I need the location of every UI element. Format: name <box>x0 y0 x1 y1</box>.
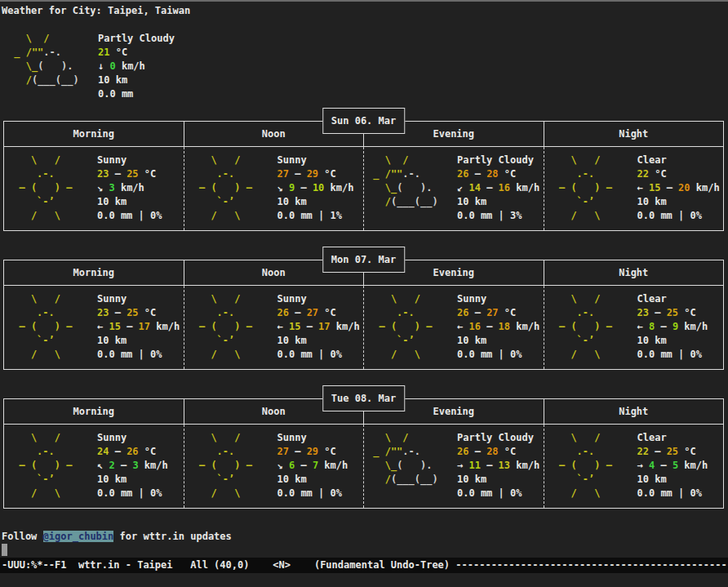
weather-details: Partly Cloudy26 – 28 °C↙ 14 – 16 km/h10 … <box>457 153 539 223</box>
visibility: 10 km <box>637 334 708 348</box>
sunny-icon: \ / .-. – ( ) – `-’ / \ <box>7 292 92 362</box>
wind: ↓ 0 km/h <box>98 60 175 73</box>
visibility: 10 km <box>457 334 539 348</box>
temperature: 26 – 27 °C <box>457 306 539 320</box>
modeline-status: -UUU:%*--F1 wttr.in - Taipei All (40,0) … <box>2 559 455 571</box>
visibility: 10 km <box>98 73 175 87</box>
forecast-date-box: Mon 07. Mar <box>322 247 405 273</box>
weather-details: Partly Cloudy21 °C↓ 0 km/h10 km0.0 mm <box>98 32 175 101</box>
forecast-cell-noon: \ / .-. – ( ) – `-’ / \Sunny27 – 29 °C↘ … <box>184 425 365 508</box>
temperature: 22 °C <box>637 167 720 181</box>
wind: ↘ 3 km/h <box>97 181 162 195</box>
wind: ↖ 2 – 3 km/h <box>97 459 168 473</box>
wind: ← 8 – 9 km/h <box>637 320 708 334</box>
period-cells-row: \ / .-. – ( ) – `-’ / \Sunny23 – 25 °C↘ … <box>4 147 723 230</box>
forecast-cell-evening: \ / _ /"".-. \_( ). /(___(__)Partly Clou… <box>364 425 544 508</box>
period-header-morning: Morning <box>4 122 184 146</box>
wind: ← 16 – 18 km/h <box>457 320 539 334</box>
visibility: 10 km <box>457 473 539 487</box>
temperature: 24 – 26 °C <box>97 445 168 459</box>
weather-details: Sunny23 – 25 °C↘ 3 km/h10 km0.0 mm | 0% <box>97 153 162 223</box>
forecast-date-box: Sun 06. Mar <box>322 108 405 134</box>
wind: ← 15 – 17 km/h <box>97 320 180 334</box>
sunny-icon: \ / .-. – ( ) – `-’ / \ <box>188 292 273 362</box>
cursor-line <box>2 544 728 558</box>
forecast-days: Sun 06. Mar MorningNoonEveningNight \ / … <box>2 121 728 509</box>
condition-label: Sunny <box>97 292 180 306</box>
period-cells-row: \ / .-. – ( ) – `-’ / \Sunny24 – 26 °C↖ … <box>4 425 723 508</box>
wind: ↘ 6 – 7 km/h <box>277 459 348 473</box>
sunny-icon: \ / .-. – ( ) – `-’ / \ <box>7 431 92 500</box>
sunny-icon: \ / .-. – ( ) – `-’ / \ <box>548 153 633 223</box>
emacs-modeline: -UUU:%*--F1 wttr.in - Taipei All (40,0) … <box>0 558 728 573</box>
temperature: 26 – 28 °C <box>457 167 539 181</box>
weather-details: Sunny27 – 29 °C↘ 6 – 7 km/h10 km0.0 mm |… <box>277 431 348 500</box>
forecast-cell-evening: \ / _ /"".-. \_( ). /(___(__)Partly Clou… <box>364 147 544 230</box>
precipitation: 0.0 mm | 3% <box>457 209 539 223</box>
sunny-icon: \ / .-. – ( ) – `-’ / \ <box>548 431 633 500</box>
temperature: 26 – 27 °C <box>277 306 360 320</box>
forecast-cell-morning: \ / .-. – ( ) – `-’ / \Sunny24 – 26 °C↖ … <box>4 425 184 508</box>
condition-label: Sunny <box>277 292 360 306</box>
period-header-morning: Morning <box>4 260 184 285</box>
follow-prefix: Follow <box>2 531 43 542</box>
text-cursor <box>2 544 7 556</box>
precipitation: 0.0 mm <box>98 87 175 101</box>
period-cells-row: \ / .-. – ( ) – `-’ / \Sunny23 – 25 °C← … <box>4 286 723 369</box>
condition-label: Sunny <box>277 431 348 445</box>
visibility: 10 km <box>97 195 162 209</box>
forecast-day-1: Sun 06. Mar MorningNoonEveningNight \ / … <box>3 121 724 231</box>
weather-details: Sunny24 – 26 °C↖ 2 – 3 km/h10 km0.0 mm |… <box>97 431 168 500</box>
weather-title: Weather for City: Taipei, Taiwan <box>2 4 728 18</box>
precipitation: 0.0 mm | 0% <box>97 348 180 362</box>
precipitation: 0.0 mm | 0% <box>277 348 360 362</box>
condition-label: Sunny <box>97 153 162 167</box>
condition-label: Clear <box>637 431 708 445</box>
follow-suffix: for wttr.in updates <box>113 531 232 542</box>
wind: ← 15 – 17 km/h <box>277 320 360 334</box>
temperature: 21 °C <box>98 46 175 60</box>
forecast-cell-night: \ / .-. – ( ) – `-’ / \Clear23 – 25 °C← … <box>544 286 724 369</box>
period-header-night: Night <box>544 260 724 285</box>
forecast-date-box: Tue 08. Mar <box>322 385 405 411</box>
weather-details: Sunny26 – 27 °C← 15 – 17 km/h10 km0.0 mm… <box>277 292 360 362</box>
weather-details: Sunny27 – 29 °C↘ 9 – 10 km/h10 km0.0 mm … <box>277 153 354 223</box>
sunny-icon: \ / .-. – ( ) – `-’ / \ <box>188 153 273 223</box>
forecast-cell-noon: \ / .-. – ( ) – `-’ / \Sunny26 – 27 °C← … <box>184 286 365 369</box>
condition-label: Sunny <box>457 292 539 306</box>
condition-label: Clear <box>637 153 720 167</box>
twitter-handle-link[interactable]: @igor_chubin <box>43 531 114 542</box>
temperature: 22 – 25 °C <box>637 445 708 459</box>
follow-note: Follow @igor_chubin for wttr.in updates <box>2 530 728 544</box>
condition-label: Clear <box>637 292 708 306</box>
temperature: 27 – 29 °C <box>277 167 354 181</box>
wind: → 4 – 5 km/h <box>637 459 708 473</box>
forecast-date: Tue 08. Mar <box>331 393 396 404</box>
precipitation: 0.0 mm | 0% <box>97 209 162 223</box>
precipitation: 0.0 mm | 1% <box>277 209 354 223</box>
condition-label: Sunny <box>277 153 354 167</box>
condition-label: Partly Cloudy <box>457 153 539 167</box>
forecast-cell-morning: \ / .-. – ( ) – `-’ / \Sunny23 – 25 °C← … <box>4 286 184 369</box>
emacs-buffer[interactable]: Weather for City: Taipei, Taiwan \ / _ /… <box>0 2 728 558</box>
weather-details: Partly Cloudy26 – 28 °C→ 11 – 13 km/h10 … <box>457 431 539 500</box>
forecast-cell-night: \ / .-. – ( ) – `-’ / \Clear22 °C← 15 – … <box>544 147 724 230</box>
forecast-cell-morning: \ / .-. – ( ) – `-’ / \Sunny23 – 25 °C↘ … <box>4 147 184 230</box>
wind: → 11 – 13 km/h <box>457 459 539 473</box>
temperature: 23 – 25 °C <box>97 306 180 320</box>
precipitation: 0.0 mm | 0% <box>457 487 539 500</box>
visibility: 10 km <box>637 473 708 487</box>
visibility: 10 km <box>277 195 354 209</box>
wind: ↘ 9 – 10 km/h <box>277 181 354 195</box>
weather-details: Clear23 – 25 °C← 8 – 9 km/h10 km0.0 mm |… <box>637 292 708 362</box>
precipitation: 0.0 mm | 0% <box>457 348 539 362</box>
condition-label: Sunny <box>97 431 168 445</box>
weather-details: Sunny26 – 27 °C← 16 – 18 km/h10 km0.0 mm… <box>457 292 539 362</box>
precipitation: 0.0 mm | 0% <box>637 348 708 362</box>
weather-details: Clear22 – 25 °C→ 4 – 5 km/h10 km0.0 mm |… <box>637 431 708 500</box>
visibility: 10 km <box>97 473 168 487</box>
temperature: 26 – 28 °C <box>457 445 539 459</box>
visibility: 10 km <box>637 195 720 209</box>
partly-cloudy-icon: \ / _ /"".-. \_( ). /(___(__) <box>367 431 452 500</box>
temperature: 23 – 25 °C <box>637 306 708 320</box>
